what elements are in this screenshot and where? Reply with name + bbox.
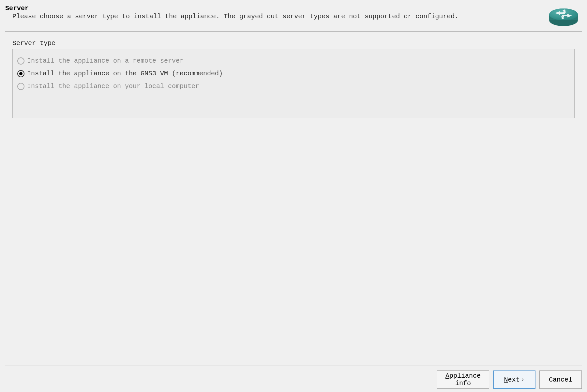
cancel-button[interactable]: Cancel	[539, 370, 582, 389]
router-icon	[548, 5, 579, 27]
radio-remote-server: Install the appliance on a remote server	[17, 54, 570, 67]
page-title: Server	[5, 5, 548, 12]
radio-circle-icon	[17, 83, 24, 90]
content: Server type Install the appliance on a r…	[5, 32, 582, 366]
appliance-info-button[interactable]: Appliance info	[437, 370, 489, 389]
radio-label: Install the appliance on a remote server	[27, 57, 184, 65]
radio-circle-icon	[17, 70, 24, 77]
chevron-right-icon: ›	[521, 376, 525, 383]
radio-label: Install the appliance on your local comp…	[27, 83, 199, 90]
radio-local-computer: Install the appliance on your local comp…	[17, 80, 570, 93]
section-label: Server type	[12, 39, 575, 47]
server-type-group: Install the appliance on a remote server…	[12, 49, 575, 118]
radio-label: Install the appliance on the GNS3 VM (re…	[27, 70, 223, 77]
footer: Appliance info Next › Cancel	[5, 366, 582, 389]
radio-circle-icon	[17, 57, 24, 65]
header: Server Please choose a server type to in…	[5, 5, 582, 32]
radio-gns3-vm[interactable]: Install the appliance on the GNS3 VM (re…	[17, 67, 570, 80]
page-subtitle: Please choose a server type to install t…	[5, 13, 548, 20]
next-button[interactable]: Next ›	[493, 370, 535, 389]
header-text: Server Please choose a server type to in…	[5, 5, 548, 20]
